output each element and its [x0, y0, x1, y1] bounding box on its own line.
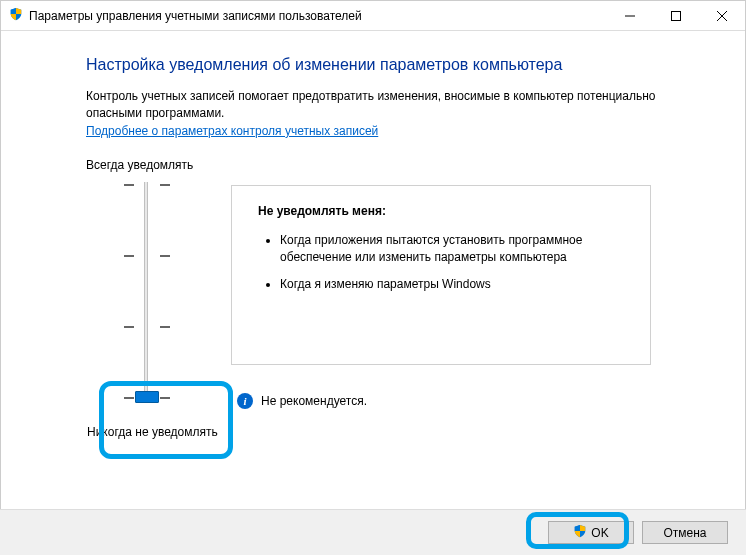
uac-slider[interactable]: [124, 182, 231, 412]
cancel-button[interactable]: Отмена: [642, 521, 728, 544]
recommendation-text: Не рекомендуется.: [261, 394, 367, 408]
ok-button-label: OK: [591, 526, 608, 540]
ok-button[interactable]: OK: [548, 521, 634, 544]
slider-tick: [124, 184, 170, 186]
window-controls: [607, 1, 745, 31]
info-bullet: Когда я изменяю параметры Windows: [280, 276, 628, 293]
svg-rect-1: [672, 11, 681, 20]
page-description: Контроль учетных записей помогает предот…: [86, 88, 685, 122]
close-button[interactable]: [699, 1, 745, 31]
info-icon: i: [237, 393, 253, 409]
content-area: Настройка уведомления об изменении парам…: [1, 31, 745, 449]
slider-label-always: Всегда уведомлять: [86, 158, 231, 172]
info-panel: Не уведомлять меня: Когда приложения пыт…: [231, 185, 651, 365]
slider-tick: [124, 255, 170, 257]
uac-shield-icon: [573, 524, 587, 541]
uac-shield-icon: [9, 7, 23, 24]
titlebar: Параметры управления учетными записями п…: [1, 1, 745, 31]
footer-bar: OK Отмена: [0, 509, 746, 555]
info-list: Когда приложения пытаются установить про…: [258, 232, 628, 294]
info-title: Не уведомлять меня:: [258, 204, 628, 218]
cancel-button-label: Отмена: [663, 526, 706, 540]
slider-thumb[interactable]: [135, 391, 159, 403]
page-heading: Настройка уведомления об изменении парам…: [86, 56, 685, 74]
maximize-button[interactable]: [653, 1, 699, 31]
slider-track: [144, 182, 148, 402]
recommendation-row: i Не рекомендуется.: [237, 393, 685, 409]
learn-more-link[interactable]: Подробнее о параметрах контроля учетных …: [86, 124, 378, 138]
slider-column: Всегда уведомлять Никогда не уведомлять: [86, 158, 231, 439]
slider-label-never: Никогда не уведомлять: [87, 425, 231, 439]
slider-tick: [124, 326, 170, 328]
info-bullet: Когда приложения пытаются установить про…: [280, 232, 628, 267]
window-title: Параметры управления учетными записями п…: [29, 9, 607, 23]
minimize-button[interactable]: [607, 1, 653, 31]
